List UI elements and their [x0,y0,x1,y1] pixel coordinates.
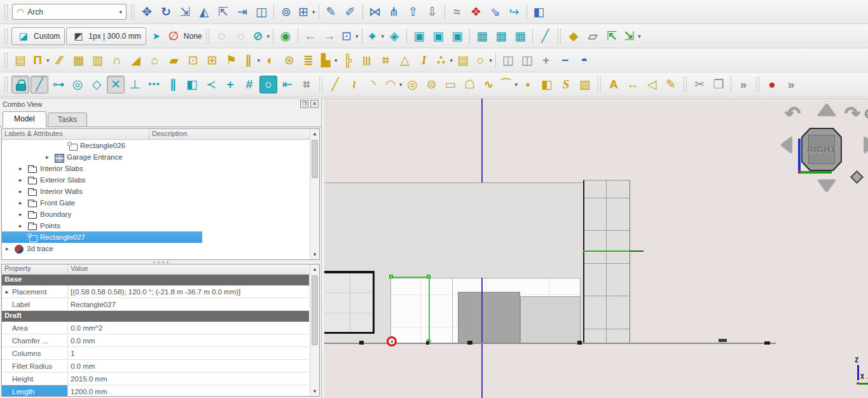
edit-copy-button[interactable]: ❐ [710,76,727,93]
arch-drawing-view-button[interactable]: ▰ [165,51,183,69]
expand-arrow-icon[interactable]: ▸ [46,154,54,160]
arch-section-plane-button[interactable]: ◐ [261,51,279,69]
snap-angle-button[interactable]: ◇ [88,76,106,93]
draft-to-sketch-button[interactable]: ↪ [506,3,523,21]
expand-arrow-icon[interactable]: ▸ [19,200,27,206]
draft-split-button[interactable]: ⋔ [385,3,403,21]
select-plane-button[interactable]: ◧ [530,3,548,21]
property-value[interactable]: [(0.58 0.58 0.58); 120.0 °; (-21.8 m -36… [68,285,309,298]
toolbar-handle[interactable] [4,4,8,20]
navigation-cube-face-label[interactable]: RIGHT [808,135,835,164]
arch-equipment-button[interactable]: ▥ [89,51,107,69]
part-tools-button[interactable]: ◆ [565,27,582,45]
arch-fence-posts-button[interactable]: ||| [358,51,376,69]
wire-to-bspline-button[interactable]: ≈ [448,3,466,21]
property-value[interactable]: 1200.0 mm [68,385,309,397]
arch-site-button[interactable]: ⊛ [280,51,298,69]
scroll-down-icon[interactable]: ▼ [310,250,319,259]
scrollbar-thumb[interactable] [312,275,318,345]
toolbar-handle[interactable] [4,53,8,68]
snap-near-button[interactable]: ≺ [202,76,220,93]
nav-down-arrow[interactable] [818,180,836,192]
snap-center-button[interactable]: ◎ [69,76,86,93]
arch-cut-line-button[interactable]: ◫ [518,51,536,69]
snap-intersection-button[interactable]: ✕ [107,76,125,93]
selected-rectangle-edge-right[interactable] [429,277,430,343]
draft-polyline-button[interactable]: ≀ [345,76,363,93]
draft-upgrade-button[interactable]: ⇧ [404,3,422,21]
expand-arrow-icon[interactable]: ▸ [19,211,27,217]
draft-facebinder-button[interactable]: ◧ [538,76,556,93]
draft-circle-button[interactable]: ◎ [404,76,422,93]
property-name[interactable]: Length [2,385,68,397]
tree-item-3d-trace[interactable]: ▸3d trace [2,243,309,254]
view-rear-button[interactable]: ▦ [473,27,491,45]
property-name[interactable]: ▸Placement [2,285,68,298]
selection-handle[interactable] [389,275,393,278]
draft-bezier-button[interactable]: ⌒▾ [499,76,518,93]
tab-tasks[interactable]: Tasks [48,113,88,127]
tree-item-rectangle026[interactable]: Rectangle026 [2,140,309,151]
draft-arc-dropdown-icon[interactable]: ▾ [399,81,403,88]
view-bottom-button[interactable]: ▦ [492,27,510,45]
arch-remove-component-button[interactable]: − [556,51,574,69]
arch-dome-button[interactable]: ∩ [108,51,126,69]
annotation-styles-button[interactable]: ✎ [662,76,680,93]
property-group-base[interactable]: Base [2,275,309,285]
selection-frame-button[interactable]: ◌ [213,27,231,45]
nav-right-arrow[interactable] [864,137,868,153]
arch-stairs-button[interactable]: ≣ [300,51,317,69]
measure-distance-button[interactable]: ╱ [536,27,554,45]
scroll-up-icon[interactable]: ▲ [310,129,319,139]
draft-array-button[interactable]: ⊞▾ [296,3,315,21]
draft-rectangle-button[interactable]: ▭ [442,76,460,93]
toolbar-handle[interactable] [319,77,322,92]
draft-ellipse-button[interactable]: ⊜ [423,76,441,93]
autogroup-button[interactable]: ∅None [167,27,202,45]
snap-special-button[interactable]: ◧ [183,76,201,93]
arch-reference-button[interactable]: ⚑ [223,51,240,69]
working-plane-style-button[interactable]: ◪Custom [11,27,65,45]
arch-building-button[interactable]: ⌂ [146,51,164,69]
arch-structure-dropdown-icon[interactable]: ▾ [46,57,50,64]
expand-arrow-icon[interactable]: ▸ [19,223,27,229]
arch-panel-button[interactable]: ▙▾ [319,51,338,69]
snap-dimensions-button[interactable]: ⇤ [279,76,296,93]
draft-fillet-button[interactable]: ◝ [364,76,382,93]
expand-arrow-icon[interactable]: ▸ [2,289,12,295]
draft-trimex-button[interactable]: ⇥ [233,3,251,21]
view-left-button[interactable]: ▦ [511,27,529,45]
toggle-grid-button[interactable]: ⌗ [298,76,315,93]
toolbar-handle[interactable] [4,29,8,44]
float-panel-icon[interactable]: ❐ [300,100,308,108]
draft-slice-button[interactable]: ◫ [252,3,270,21]
light-gray-box[interactable] [520,296,581,343]
snap-working-plane-button[interactable]: ○ [259,76,277,93]
draft-bezier-dropdown-icon[interactable]: ▾ [515,81,518,88]
export-file-dropdown-icon[interactable]: ▾ [638,33,641,39]
left-room-outline[interactable] [324,271,375,334]
tree-item-boundary[interactable]: ▸Boundary [2,209,309,220]
nav-forward-button[interactable]: → [320,27,338,45]
draft-edit-button[interactable]: ✎ [322,3,340,21]
selection-handle[interactable] [427,275,431,278]
shape-2d-view-button[interactable]: ⇘ [486,3,504,21]
3d-viewport[interactable]: ↶ ↷ RIGHT Z X Y [324,99,868,398]
draft-point-button[interactable]: • [519,76,537,93]
apply-style-button[interactable]: ➤ [148,27,165,45]
nav-up-arrow[interactable] [818,104,836,116]
arch-wall-button[interactable]: ▤ [11,51,29,69]
navigation-cube[interactable]: RIGHT [801,128,842,171]
line-style-button[interactable]: ◩1px | 300.0 mm [66,27,146,45]
workbench-selector[interactable]: ◠ Arch ▾ [12,4,127,20]
interactive-select-button[interactable]: ◉ [277,27,294,45]
snap-perpendicular-button[interactable]: ⊥ [126,76,144,93]
tree-item-exterior-slabs[interactable]: ▸Exterior Slabs [2,174,309,186]
draft-arc-button[interactable]: ◠▾ [383,76,403,93]
snap-endpoint-button[interactable]: ╱ [31,76,48,93]
draft-downgrade-button[interactable]: ⇩ [424,3,441,21]
nav-mini-cube-icon[interactable] [850,170,864,184]
view-axonometric-button[interactable]: ◈ [385,27,403,45]
draft-subelement-edit-button[interactable]: ✐ [341,3,359,21]
property-value[interactable]: 2015.0 mm [68,373,309,385]
